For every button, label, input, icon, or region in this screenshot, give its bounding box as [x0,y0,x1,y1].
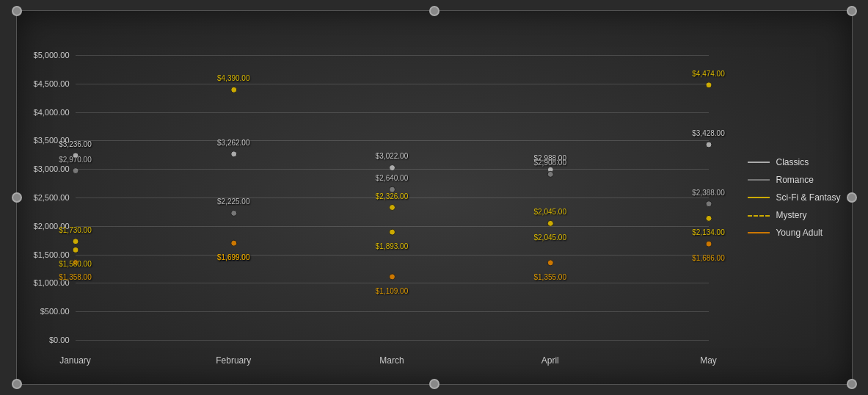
legend-item: Young Adult [748,228,840,238]
corner-tm [429,6,440,16]
data-label-romance: $2,225.00 [217,198,250,206]
corner-br [847,379,857,389]
data-point [389,229,395,235]
data-point [706,241,712,247]
data-point [547,171,553,177]
data-label-scifi: $4,474.00 [692,70,725,78]
data-label-classics: $3,022.00 [376,152,409,160]
legend-line-color [748,162,770,163]
data-point [706,201,712,207]
data-label-scifi: $2,045.00 [534,208,567,216]
x-axis-label: February [216,355,251,366]
grid-line [76,340,709,341]
legend-label: Classics [776,157,809,167]
y-axis-label: $4,000.00 [34,108,70,117]
y-axis-label: $2,500.00 [34,193,70,202]
grid-line [76,255,709,256]
legend-label: Sci-Fi & Fantasy [776,192,840,203]
data-label-classics: $3,236.00 [59,140,92,148]
grid-line [76,283,709,283]
data-label-mystery: $2,134.00 [692,228,725,236]
data-label-romance: $2,640.00 [376,174,409,182]
data-label-romance: $2,970.00 [59,156,92,164]
data-point [389,164,395,170]
data-label-mystery: $1,893.00 [376,242,409,250]
legend-label: Romance [776,175,813,185]
data-label-romance: $2,388.00 [692,189,725,197]
legend-item: Classics [748,157,840,167]
grid-line [76,226,709,227]
data-label-scifi: $2,326.00 [376,192,409,200]
x-axis-label: January [59,355,91,366]
legend-item: Sci-Fi & Fantasy [748,192,840,203]
x-axis-label: April [541,355,559,366]
legend-line-color [748,197,770,198]
y-axis-label: $500.00 [40,307,70,316]
legend-line-color [748,215,770,217]
data-point [73,247,79,253]
data-label-youngadult: $1,355.00 [534,273,567,281]
data-label-scifi: $4,390.00 [217,74,250,82]
legend-label: Mystery [776,210,806,220]
grid-line [76,84,709,84]
data-point [230,210,236,216]
corner-mr [847,192,857,203]
data-point [706,142,712,148]
legend: ClassicsRomanceSci-Fi & FantasyMysteryYo… [748,157,840,238]
data-point [389,205,395,211]
chart-container: $0.00$500.00$1,000.00$1,500.00$2,000.00$… [16,10,853,385]
data-label-youngadult: $1,699.00 [217,253,250,261]
data-label-mystery: $2,045.00 [534,233,567,242]
grid-line [76,112,709,113]
data-point [706,215,712,221]
x-axis-label: March [379,355,404,366]
data-label-mystery: $1,580.00 [59,260,92,268]
data-point [230,87,236,93]
corner-bm [429,379,440,389]
data-label-youngadult: $1,109.00 [376,287,409,295]
x-axis-label: May [700,355,717,366]
data-label-classics: $3,262.00 [217,139,250,147]
data-label-youngadult: $1,358.00 [59,273,92,281]
data-point [73,239,79,244]
y-axis-label: $5,000.00 [34,51,70,59]
data-point [547,260,553,266]
y-axis-label: $3,000.00 [34,164,70,173]
legend-label: Young Adult [776,228,823,238]
data-point [230,240,236,246]
data-label-romance: $2,908.00 [534,159,567,167]
grid-line [76,169,709,170]
legend-item: Romance [748,175,840,185]
chart-area: $0.00$500.00$1,000.00$1,500.00$2,000.00$… [76,55,709,340]
data-label-classics: $3,428.00 [692,129,725,137]
legend-line-color [748,179,770,181]
data-label-youngadult: $1,686.00 [692,254,725,262]
y-axis-label: $0.00 [49,336,70,344]
corner-tr [847,6,857,16]
corner-tl [12,6,22,16]
data-point [389,274,395,280]
corner-bl [12,379,22,389]
grid-line [76,55,709,56]
legend-item: Mystery [748,210,840,220]
corner-ml [12,192,22,203]
legend-line-color [748,232,770,233]
data-point [230,151,236,157]
data-label-scifi: $1,730.00 [59,226,92,234]
y-axis-label: $1,500.00 [34,250,70,259]
y-axis-label: $4,500.00 [34,79,70,88]
grid-line [76,311,709,312]
grid-line [76,140,709,141]
